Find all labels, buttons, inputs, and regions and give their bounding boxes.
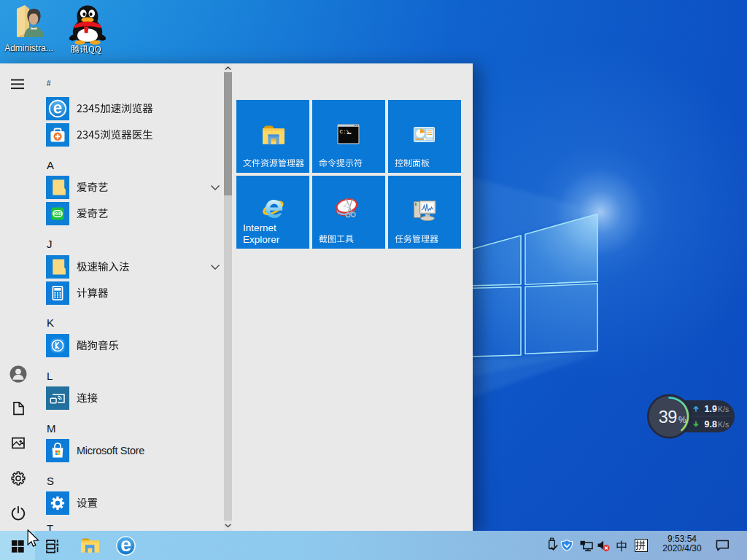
svg-text:K/s: K/s — [718, 405, 729, 413]
svg-text:9.8: 9.8 — [705, 419, 717, 429]
svg-text:1.9: 1.9 — [705, 404, 717, 414]
svg-text:%: % — [678, 415, 686, 425]
svg-text:39: 39 — [659, 408, 677, 427]
svg-text:K/s: K/s — [718, 420, 729, 429]
